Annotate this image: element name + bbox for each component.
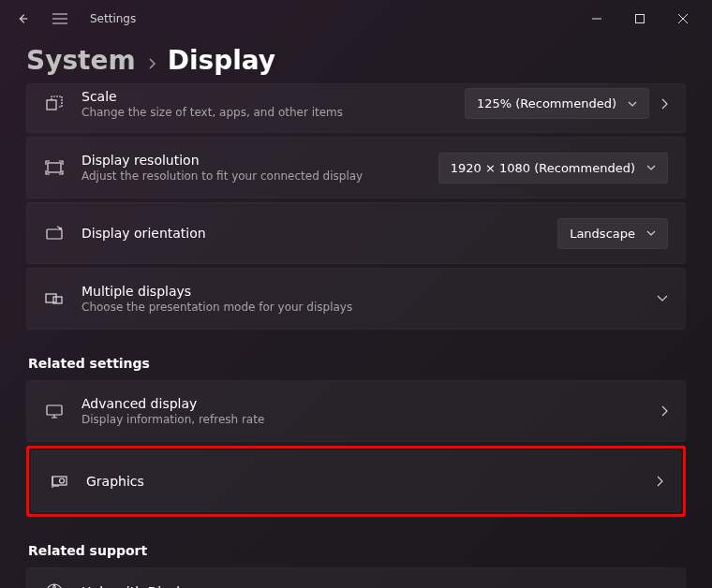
chevron-right-icon: [656, 476, 663, 487]
scale-title: Scale: [82, 89, 448, 104]
svg-rect-3: [47, 229, 62, 239]
resolution-sub: Adjust the resolution to fit your connec…: [82, 169, 422, 183]
minimize-icon: [592, 14, 601, 23]
graphics-title: Graphics: [86, 474, 639, 489]
arrow-left-icon: [16, 12, 29, 25]
advanced-display-sub: Display information, refresh rate: [82, 413, 644, 426]
scale-sub: Change the size of text, apps, and other…: [82, 106, 448, 119]
chevron-right-icon: [147, 55, 156, 73]
maximize-icon: [635, 14, 645, 23]
svg-rect-2: [48, 163, 61, 172]
orientation-title: Display orientation: [82, 226, 541, 241]
scale-icon: [44, 94, 65, 114]
gpu-icon: [49, 471, 69, 492]
resolution-card[interactable]: Display resolution Adjust the resolution…: [26, 137, 686, 198]
related-support-header: Related support: [28, 543, 686, 558]
orientation-value: Landscape: [570, 227, 635, 241]
breadcrumb-current: Display: [168, 45, 275, 76]
chevron-right-icon: [660, 98, 668, 110]
help-display-card[interactable]: Help with Display: [26, 567, 686, 588]
chevron-down-icon: [628, 101, 637, 107]
graphics-card[interactable]: Graphics: [31, 450, 681, 512]
close-button[interactable]: [661, 4, 705, 34]
app-name: Settings: [90, 12, 136, 25]
orientation-dropdown[interactable]: Landscape: [557, 218, 668, 249]
chevron-down-icon: [657, 295, 668, 302]
graphics-highlight: Graphics: [26, 446, 686, 517]
svg-rect-1: [47, 100, 56, 110]
monitor-icon: [44, 401, 65, 421]
multiple-displays-icon: [44, 288, 65, 309]
globe-icon: [44, 581, 65, 588]
svg-rect-6: [47, 405, 62, 415]
minimize-button[interactable]: [575, 4, 618, 34]
orientation-card[interactable]: Display orientation Landscape: [26, 202, 686, 264]
advanced-display-card[interactable]: Advanced display Display information, re…: [26, 380, 686, 442]
orientation-icon: [44, 223, 65, 243]
svg-rect-0: [636, 15, 645, 23]
resolution-dropdown[interactable]: 1920 × 1080 (Recommended): [438, 153, 668, 184]
chevron-down-icon: [646, 165, 656, 170]
help-display-title: Help with Display: [82, 584, 640, 588]
multiple-displays-title: Multiple displays: [82, 284, 640, 299]
titlebar: Settings: [0, 0, 712, 37]
content: Scale Change the size of text, apps, and…: [0, 83, 712, 588]
close-icon: [678, 14, 688, 23]
menu-button[interactable]: [45, 4, 75, 34]
back-button[interactable]: [7, 4, 37, 34]
scale-dropdown[interactable]: 125% (Recommended): [465, 88, 649, 119]
maximize-button[interactable]: [618, 4, 661, 34]
scale-card[interactable]: Scale Change the size of text, apps, and…: [26, 83, 686, 133]
resolution-icon: [44, 157, 65, 178]
hamburger-icon: [52, 13, 67, 24]
svg-rect-4: [46, 294, 56, 302]
scale-value: 125% (Recommended): [477, 96, 616, 110]
chevron-right-icon: [660, 405, 668, 417]
chevron-down-icon: [646, 230, 656, 236]
breadcrumb-parent[interactable]: System: [26, 45, 136, 76]
resolution-value: 1920 × 1080 (Recommended): [451, 161, 635, 175]
svg-point-8: [60, 478, 65, 483]
multiple-displays-card[interactable]: Multiple displays Choose the presentatio…: [26, 268, 686, 330]
advanced-display-title: Advanced display: [82, 396, 644, 411]
multiple-displays-sub: Choose the presentation mode for your di…: [82, 301, 640, 314]
resolution-title: Display resolution: [82, 153, 422, 168]
related-settings-header: Related settings: [28, 356, 686, 371]
